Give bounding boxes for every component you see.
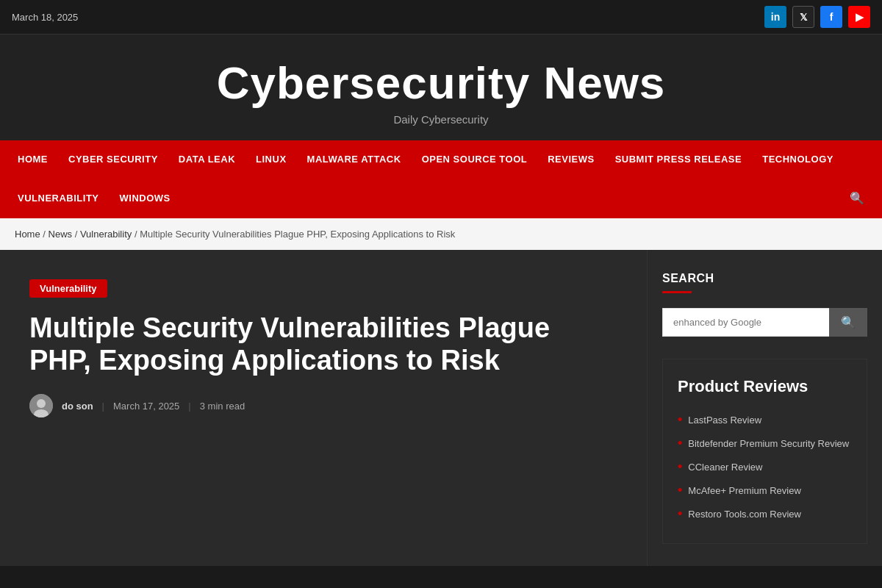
twitter-icon[interactable]: 𝕏 xyxy=(792,6,814,28)
main-layout: Vulnerability Multiple Security Vulnerab… xyxy=(0,250,882,566)
search-button[interactable]: 🔍 xyxy=(829,308,867,337)
breadcrumb-vulnerability[interactable]: Vulnerability xyxy=(80,229,132,240)
top-bar: March 18, 2025 in 𝕏 f ▶ xyxy=(0,0,882,35)
nav-item-linux[interactable]: LINUX xyxy=(245,140,297,178)
nav-item-home[interactable]: HOME xyxy=(7,140,58,178)
linkedin-icon[interactable]: in xyxy=(764,6,786,28)
site-title: Cybersecurity News xyxy=(15,57,867,109)
youtube-icon[interactable]: ▶ xyxy=(848,6,870,28)
review-item-3: CCleaner Review xyxy=(678,455,852,478)
search-icon: 🔍 xyxy=(841,315,856,329)
review-item-1: LastPass Review xyxy=(678,408,852,431)
nav-item-submit-press-release[interactable]: SUBMIT PRESS RELEASE xyxy=(605,140,753,178)
product-reviews-section: Product Reviews LastPass Review Bitdefen… xyxy=(662,359,867,544)
site-subtitle: Daily Cybersecurity xyxy=(15,113,867,126)
review-list: LastPass Review Bitdefender Premium Secu… xyxy=(678,408,852,526)
nav-item-vulnerability[interactable]: VULNERABILITY xyxy=(7,179,110,217)
nav-item-technology[interactable]: TECHNOLOGY xyxy=(752,140,844,178)
svg-point-1 xyxy=(37,399,46,408)
review-link-2[interactable]: Bitdefender Premium Security Review xyxy=(688,438,849,449)
site-header: Cybersecurity News Daily Cybersecurity xyxy=(0,35,882,140)
nav-item-cyber-security[interactable]: CYBER SECURITY xyxy=(58,140,168,178)
author-avatar xyxy=(29,394,53,417)
breadcrumb: Home / News / Vulnerability / Multiple S… xyxy=(0,218,882,250)
review-item-5: Restoro Tools.com Review xyxy=(678,502,852,526)
breadcrumb-current: Multiple Security Vulnerabilities Plague… xyxy=(140,229,455,240)
breadcrumb-home[interactable]: Home xyxy=(15,229,40,240)
review-link-1[interactable]: LastPass Review xyxy=(688,415,761,426)
category-badge[interactable]: Vulnerability xyxy=(29,279,107,298)
review-item-2: Bitdefender Premium Security Review xyxy=(678,431,852,455)
search-box: 🔍 xyxy=(662,308,867,337)
review-link-5[interactable]: Restoro Tools.com Review xyxy=(688,509,801,520)
article-title: Multiple Security Vulnerabilities Plague… xyxy=(29,312,610,376)
article-area: Vulnerability Multiple Security Vulnerab… xyxy=(0,250,647,566)
nav-search-icon[interactable]: 🔍 xyxy=(839,178,875,218)
article-read-time: 3 min read xyxy=(200,401,245,412)
search-title-underline xyxy=(662,291,692,293)
search-input[interactable] xyxy=(662,308,829,337)
nav-item-open-source-tool[interactable]: OPEN SOURCE TOOL xyxy=(412,140,538,178)
facebook-icon[interactable]: f xyxy=(820,6,842,28)
sidebar-search-section: SEARCH 🔍 xyxy=(662,272,867,337)
date-display: March 18, 2025 xyxy=(12,12,78,23)
review-link-3[interactable]: CCleaner Review xyxy=(688,462,762,473)
sidebar: SEARCH 🔍 Product Reviews LastPass Review… xyxy=(647,250,882,566)
review-item-4: McAfee+ Premium Review xyxy=(678,478,852,502)
nav-item-windows[interactable]: WINDOWS xyxy=(110,179,181,217)
author-name: do son xyxy=(62,401,93,412)
product-reviews-title: Product Reviews xyxy=(678,377,852,396)
article-date: March 17, 2025 xyxy=(113,401,179,412)
nav-item-reviews[interactable]: REVIEWS xyxy=(537,140,604,178)
search-title: SEARCH xyxy=(662,272,867,285)
nav-item-data-leak[interactable]: DATA LEAK xyxy=(168,140,245,178)
article-meta: do son | March 17, 2025 | 3 min read xyxy=(29,394,610,417)
social-icons: in 𝕏 f ▶ xyxy=(764,6,870,28)
breadcrumb-news[interactable]: News xyxy=(49,229,73,240)
main-nav: HOME CYBER SECURITY DATA LEAK LINUX MALW… xyxy=(0,140,882,218)
review-link-4[interactable]: McAfee+ Premium Review xyxy=(688,485,801,496)
nav-item-malware-attack[interactable]: MALWARE ATTACK xyxy=(297,140,412,178)
